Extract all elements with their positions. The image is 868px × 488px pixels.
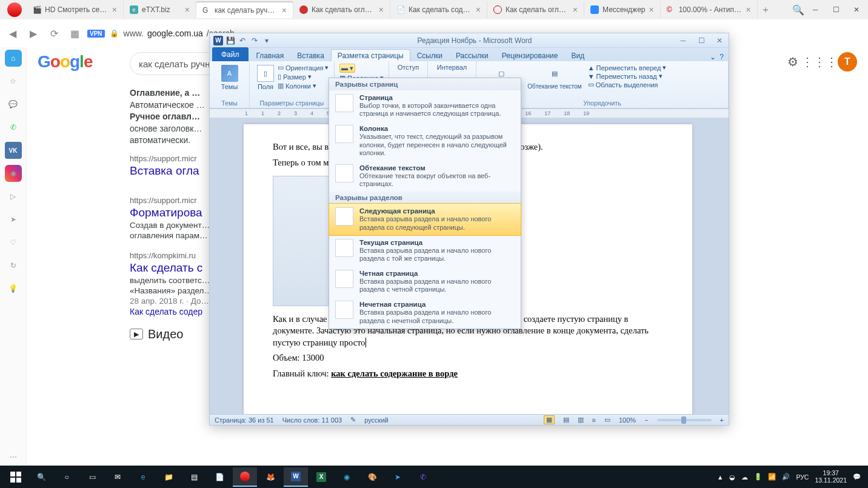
tray-clock[interactable]: 19:37 13.11.2021 <box>815 470 847 484</box>
tab-1[interactable]: eeTXT.biz× <box>124 1 196 18</box>
opera-taskbar-icon[interactable] <box>233 467 257 487</box>
zoom-slider[interactable] <box>657 419 712 421</box>
zoom-out-button[interactable]: − <box>644 416 648 424</box>
start-button[interactable] <box>4 467 28 487</box>
more-icon[interactable]: ⋯ <box>5 449 22 466</box>
viber-icon[interactable]: ✆ <box>411 467 435 487</box>
maximize-button[interactable]: ☐ <box>827 2 845 18</box>
word-maximize-button[interactable]: ☐ <box>692 34 710 47</box>
task-view-icon[interactable]: ▭ <box>80 467 104 487</box>
star-icon[interactable]: ☆ <box>5 73 22 90</box>
menu-item-even-page-section[interactable]: Четная страницаВставка разрыва раздела и… <box>329 266 521 297</box>
tray-icon[interactable]: ▲ <box>717 473 723 481</box>
margins-button[interactable]: ▯ Поля <box>255 64 276 92</box>
word-titlebar[interactable]: W 💾 ↶ ↷ ▾ Редакция Ноябрь - Microsoft Wo… <box>210 33 729 48</box>
close-icon[interactable]: × <box>649 5 653 15</box>
speed-dial-icon[interactable]: ▦ <box>67 25 82 41</box>
word-taskbar-icon[interactable]: W <box>284 467 308 487</box>
ribbon-tab-pagelayout[interactable]: Разметка страницы <box>331 49 410 61</box>
ribbon-min-icon[interactable]: ⌄ <box>710 53 716 61</box>
word-close-button[interactable]: ✕ <box>710 34 729 47</box>
close-icon[interactable]: × <box>746 5 750 15</box>
app-icon[interactable]: 📄 <box>207 467 232 487</box>
view-read-icon[interactable]: ▤ <box>563 416 569 424</box>
tray-wifi-icon[interactable]: 📶 <box>768 473 776 481</box>
notifications-icon[interactable]: 💬 <box>853 473 861 481</box>
tray-volume-icon[interactable]: 🔊 <box>782 473 790 481</box>
view-draft-icon[interactable]: ▭ <box>604 416 610 424</box>
new-tab-button[interactable]: ＋ <box>758 2 773 18</box>
menu-item-column-break[interactable]: КолонкаУказывает, что текст, следующий з… <box>329 121 521 161</box>
breaks-dropdown[interactable]: ▬ ▾ <box>339 64 355 73</box>
paragraph[interactable]: Объем: 13000 <box>273 352 663 364</box>
vk-icon[interactable]: VK <box>5 142 22 159</box>
close-button[interactable]: ✕ <box>847 2 866 18</box>
apps-icon[interactable]: ⋮⋮⋮ <box>811 53 828 70</box>
tray-lang[interactable]: РУС <box>796 473 809 481</box>
tab-0[interactable]: 🎬HD Смотреть сериал B× <box>27 1 124 18</box>
app-icon[interactable]: 🎨 <box>360 467 384 487</box>
zoom-in-button[interactable]: + <box>720 416 724 424</box>
send-backward-button[interactable]: ▼ Переместить назад ▾ <box>588 72 667 80</box>
zoom-value[interactable]: 100% <box>619 416 636 424</box>
telegram-icon[interactable]: ➤ <box>386 467 410 487</box>
cortana-icon[interactable]: ○ <box>55 467 79 487</box>
orientation-button[interactable]: ▭Ориентация ▾ <box>278 64 329 72</box>
word-icon[interactable]: W <box>213 36 223 45</box>
close-icon[interactable]: × <box>282 5 287 15</box>
save-icon[interactable]: 💾 <box>225 36 235 45</box>
settings-icon[interactable]: ⚙ <box>784 53 801 70</box>
view-web-icon[interactable]: ▥ <box>578 416 584 424</box>
lock-icon[interactable]: 🔒 <box>110 29 119 38</box>
menu-item-text-wrap-break[interactable]: Обтекание текстомОбтекание текста вокруг… <box>329 161 521 192</box>
status-words[interactable]: Число слов: 11 003 <box>282 416 342 424</box>
explorer-icon[interactable]: 📁 <box>156 467 181 487</box>
redo-icon[interactable]: ↷ <box>250 36 259 45</box>
close-icon[interactable]: × <box>185 5 190 15</box>
paragraph[interactable]: Главный ключ: как сделать содержание в в… <box>273 368 663 380</box>
account-avatar[interactable]: Т <box>838 52 857 72</box>
ribbon-tab-file[interactable]: Файл <box>212 47 249 61</box>
tab-4[interactable]: 📄Как сделать содерж…× <box>390 1 487 18</box>
menu-item-continuous-section[interactable]: Текущая страницаВставка разрыва раздела … <box>329 235 521 266</box>
messenger-icon[interactable]: 💬 <box>5 96 22 113</box>
ribbon-tab-mailings[interactable]: Рассылки <box>449 49 495 61</box>
app-icon[interactable]: ▤ <box>182 467 206 487</box>
help-icon[interactable]: ? <box>719 53 724 61</box>
menu-item-page-break[interactable]: СтраницаВыбор точки, в которой заканчива… <box>329 90 521 121</box>
tab-7[interactable]: ©100.00% - Антипл…× <box>661 1 758 18</box>
status-lang[interactable]: русский <box>364 416 388 424</box>
player-icon[interactable]: ▷ <box>5 188 22 205</box>
whatsapp-icon[interactable]: ✆ <box>5 119 22 136</box>
mail-icon[interactable]: ✉ <box>105 467 130 487</box>
back-button[interactable]: ◀ <box>5 25 21 41</box>
hint-icon[interactable]: 💡 <box>5 280 22 297</box>
view-print-icon[interactable]: ▦ <box>544 415 555 424</box>
selection-pane-button[interactable]: ▭ Область выделения <box>588 81 667 89</box>
ie-icon[interactable]: e <box>131 467 155 487</box>
tray-icon[interactable]: 🔋 <box>754 473 762 481</box>
tab-5[interactable]: Как сделать оглав…× <box>487 1 584 18</box>
menu-item-odd-page-section[interactable]: Нечетная страницаВставка разрыва раздела… <box>329 297 521 328</box>
tab-6[interactable]: Мессенджер× <box>584 1 661 18</box>
ribbon-tab-insert[interactable]: Вставка <box>290 49 331 61</box>
home-icon[interactable]: ⌂ <box>5 50 22 67</box>
ribbon-tab-view[interactable]: Вид <box>564 49 591 61</box>
ribbon-tab-home[interactable]: Главная <box>250 49 291 61</box>
instagram-icon[interactable]: ◉ <box>5 165 22 182</box>
reload-button[interactable]: ⟳ <box>46 25 62 41</box>
menu-item-next-page-section[interactable]: Следующая страницаВставка разрыва раздел… <box>329 203 521 235</box>
forward-button[interactable]: ▶ <box>25 25 41 41</box>
themes-button[interactable]: A Темы <box>215 64 244 92</box>
tab-search-icon[interactable]: 🔍 <box>790 2 806 18</box>
undo-icon[interactable]: ↶ <box>238 36 247 45</box>
wrap-button[interactable]: ▤ Обтекание текстом <box>525 64 584 92</box>
spellcheck-icon[interactable]: ✎ <box>350 416 356 424</box>
tab-2[interactable]: Gкак сделать ручно…× <box>196 1 293 18</box>
tray-icon[interactable]: ☁ <box>741 473 748 481</box>
history-icon[interactable]: ↻ <box>5 257 22 274</box>
vpn-badge[interactable]: VPN <box>87 30 105 38</box>
word-minimize-button[interactable]: ─ <box>674 34 692 47</box>
close-icon[interactable]: × <box>573 5 578 15</box>
columns-button[interactable]: ▥Колонки ▾ <box>278 82 329 90</box>
